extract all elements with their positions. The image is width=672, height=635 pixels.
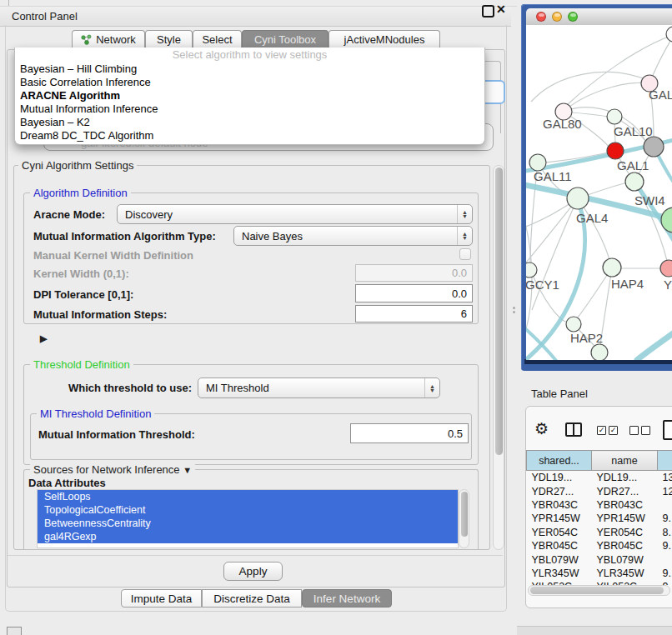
settings-scrollbar-thumb[interactable] — [495, 168, 503, 455]
columns-icon[interactable] — [565, 422, 582, 437]
network-node-gal11[interactable] — [529, 154, 546, 171]
table-cell[interactable]: 9. — [658, 539, 672, 552]
tab-discretize-data[interactable]: Discretize Data — [202, 589, 302, 608]
sources-group-header[interactable]: Sources for Network Inference ▼ — [30, 463, 195, 476]
table-cell[interactable]: YER054C — [592, 526, 658, 539]
panel-splitter-handle[interactable] — [511, 305, 517, 318]
collapse-triangle-icon: ▼ — [183, 465, 192, 475]
table-cell[interactable] — [658, 552, 672, 566]
table-cell[interactable]: YPR145W — [527, 512, 592, 525]
mi-threshold-input[interactable]: 0.5 — [350, 423, 469, 443]
network-edge-highlighted[interactable] — [637, 332, 672, 360]
network-node-bottom-node[interactable] — [591, 344, 608, 360]
hub-transcription-factor-expander[interactable]: ▶ — [33, 332, 47, 344]
apply-button[interactable]: Apply — [223, 562, 283, 581]
table-row[interactable]: YBR045CYBR045C9. — [527, 539, 672, 552]
table-hscrollbar-thumb[interactable] — [530, 587, 664, 594]
zoom-window-icon[interactable] — [568, 12, 578, 22]
table-cell[interactable]: 8. — [658, 526, 672, 539]
table-hscrollbar-track[interactable] — [528, 585, 670, 596]
manual-kernel-width-checkbox[interactable] — [459, 248, 471, 260]
network-edge[interactable] — [531, 72, 649, 102]
gear-icon[interactable]: ⚙ — [534, 420, 549, 438]
network-node-gcy1[interactable] — [526, 262, 537, 278]
tab-impute-data[interactable]: Impute Data — [121, 589, 202, 608]
table-row[interactable]: YLR345WYLR345W9. — [527, 567, 672, 580]
table-row[interactable]: YPR145WYPR145W9. — [527, 512, 672, 525]
aracne-mode-combo[interactable]: Discovery ▲▼ — [117, 204, 473, 224]
close-window-icon[interactable] — [536, 12, 546, 22]
dpi-tolerance-input[interactable]: 0.0 — [355, 284, 473, 302]
kernel-width-input[interactable]: 0.0 — [355, 264, 473, 282]
table-cell[interactable]: YDL19... — [592, 471, 658, 485]
attributes-scrollbar-thumb[interactable] — [461, 492, 468, 537]
network-node-edge-top[interactable] — [666, 27, 672, 42]
network-node-hap4[interactable] — [603, 258, 621, 277]
minimize-window-icon[interactable] — [552, 12, 562, 22]
algorithm-option[interactable]: Mutual Information Inference — [15, 102, 484, 116]
settings-scrollbar-track[interactable] — [493, 165, 504, 550]
table-cell[interactable]: YBL079W — [527, 552, 592, 566]
table-cell[interactable]: 12 — [658, 484, 672, 498]
algorithm-option[interactable]: Bayesian – K2 — [15, 116, 484, 129]
table-cell[interactable]: 13 — [658, 471, 672, 485]
table-cell[interactable]: 9. — [658, 567, 672, 580]
table-cell[interactable]: YBR045C — [527, 539, 592, 552]
mi-steps-input[interactable]: 6 — [355, 305, 473, 322]
network-edge[interactable] — [532, 198, 578, 310]
network-node-hap2[interactable] — [566, 317, 581, 332]
unchecked-checkbox-icon[interactable] — [641, 426, 650, 435]
table-cell[interactable]: YBR043C — [527, 498, 592, 512]
checked-checkbox-icon[interactable]: ✓ — [597, 426, 606, 435]
float-window-icon[interactable] — [482, 5, 494, 18]
which-threshold-combo[interactable]: MI Threshold ▲▼ — [198, 378, 440, 398]
column-header-name[interactable]: name — [592, 451, 658, 471]
network-edge[interactable] — [564, 82, 649, 112]
column-header-shared-name[interactable]: shared... — [527, 451, 592, 471]
table-cell[interactable]: YBL079W — [592, 552, 658, 566]
network-node-swi4[interactable] — [625, 172, 644, 191]
network-node-gal1[interactable] — [607, 142, 624, 159]
table-row[interactable]: YBR043CYBR043C — [527, 498, 672, 512]
table-cell[interactable] — [658, 498, 672, 512]
column-header-partial[interactable]: A — [658, 451, 672, 471]
table-cell[interactable]: YBR045C — [592, 539, 658, 552]
network-node-gal4[interactable] — [567, 188, 589, 209]
attribute-list-item[interactable]: BetweennessCentrality — [38, 517, 458, 530]
table-cell[interactable]: YDR27... — [592, 484, 658, 498]
attributes-scrollbar-track[interactable] — [459, 489, 469, 548]
network-node-salmon[interactable] — [660, 260, 672, 277]
table-cell[interactable]: YLR345W — [592, 567, 658, 580]
network-node-gray-hub[interactable] — [644, 137, 664, 157]
attribute-list-item[interactable]: SelfLoops — [38, 490, 458, 503]
table-cell[interactable]: YDR27... — [527, 484, 592, 498]
attribute-list-item[interactable]: TopologicalCoefficient — [38, 503, 458, 517]
network-canvas[interactable]: GALGAL80GAL10GAL1SWI4GAL11GAL4GCY1HAP4YH… — [526, 25, 672, 360]
network-window-titlebar[interactable] — [526, 8, 672, 26]
table-cell[interactable]: 9. — [658, 512, 672, 525]
tab-infer-network[interactable]: Infer Network — [302, 589, 392, 608]
attribute-list-item[interactable]: gal4RGexp — [38, 530, 458, 543]
network-node-big-green[interactable] — [661, 208, 672, 232]
checked-checkbox-icon[interactable]: ✓ — [609, 426, 618, 435]
table-cell[interactable]: YPR145W — [592, 512, 658, 525]
algorithm-option[interactable]: Dream8 DC_TDC Algorithm — [15, 129, 484, 142]
table-cell[interactable]: YBR043C — [592, 498, 658, 512]
algorithm-option[interactable]: Basic Correlation Inference — [15, 76, 484, 89]
network-node-gal10[interactable] — [607, 109, 622, 124]
table-row[interactable]: YBL079WYBL079W — [527, 552, 672, 566]
table-row[interactable]: YDR27...YDR27...12 — [527, 484, 672, 498]
table-cell[interactable]: YLR345W — [527, 567, 592, 580]
table-row[interactable]: YER054CYER054C8. — [527, 526, 672, 539]
unchecked-checkbox-icon[interactable] — [629, 426, 639, 435]
data-attributes-list[interactable]: SelfLoopsTopologicalCoefficientBetweenne… — [37, 489, 459, 548]
table-row[interactable]: YDL19...YDL19...13 — [527, 471, 672, 485]
table-cell[interactable]: YDL19... — [527, 471, 592, 485]
export-table-icon[interactable] — [663, 420, 672, 440]
bottom-left-partial-button[interactable] — [7, 627, 22, 635]
table-cell[interactable]: YER054C — [527, 526, 592, 539]
algorithm-option[interactable]: ARACNE Algorithm — [15, 89, 484, 102]
algorithm-option[interactable]: Bayesian – Hill Climbing — [15, 62, 484, 76]
mi-algorithm-type-combo[interactable]: Naive Bayes ▲▼ — [233, 226, 473, 246]
close-panel-icon[interactable]: ✕ — [496, 2, 506, 16]
